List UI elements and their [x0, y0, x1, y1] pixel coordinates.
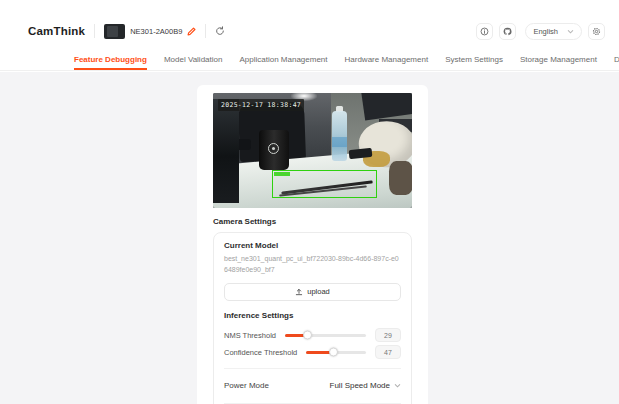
current-model-name: best_ne301_quant_pc_ui_bf722030-89bc-4d6… — [224, 254, 402, 276]
brand-logo: CamThink — [28, 25, 85, 37]
power-mode-row: Power Mode Full Speed Mode — [224, 376, 401, 396]
confidence-threshold-value-input[interactable]: 47 — [375, 345, 401, 359]
dark-left-objects — [213, 99, 239, 203]
slider-knob[interactable] — [303, 331, 312, 340]
detection-bounding-box — [272, 170, 377, 198]
bottle-label — [332, 137, 347, 147]
header: CamThink NE301-2A00B9 English — [0, 0, 619, 48]
camera-settings-title: Camera Settings — [213, 217, 412, 226]
info-icon — [480, 27, 489, 36]
upload-button-label: upload — [307, 287, 330, 296]
power-mode-label: Power Mode — [224, 381, 269, 390]
device-selector[interactable]: NE301-2A00B9 — [104, 24, 196, 39]
edit-device-name-icon[interactable] — [187, 27, 196, 36]
language-select[interactable]: English — [525, 23, 582, 40]
nms-threshold-row: NMS Threshold 29 — [224, 327, 401, 344]
slider-fill — [306, 351, 334, 354]
gear-icon — [592, 27, 601, 36]
header-divider — [94, 24, 95, 38]
camera-timestamp-overlay: 2025-12-17 18:38:47 — [218, 99, 304, 111]
tab-device-information[interactable]: Device Information — [614, 48, 619, 70]
mug-logo — [268, 143, 279, 154]
coffee-mug — [259, 130, 289, 170]
nms-threshold-slider[interactable] — [285, 331, 366, 340]
tab-feature-debugging[interactable]: Feature Debugging — [74, 48, 147, 70]
power-mode-value: Full Speed Mode — [330, 381, 390, 390]
chevron-down-icon — [394, 382, 401, 389]
slider-track — [306, 351, 366, 354]
nms-threshold-label: NMS Threshold — [224, 331, 276, 340]
header-divider — [205, 24, 206, 38]
settings-button[interactable] — [588, 23, 605, 40]
language-value: English — [533, 27, 558, 36]
nms-threshold-value-input[interactable]: 29 — [375, 328, 401, 342]
app-window: CamThink NE301-2A00B9 English Feature — [0, 0, 619, 404]
water-bottle — [332, 111, 347, 161]
tab-system-settings[interactable]: System Settings — [445, 48, 503, 70]
main-panel: 2025-12-17 18:38:47 Camera Settings Curr… — [197, 85, 428, 404]
row-divider — [224, 368, 401, 369]
slider-track — [285, 334, 366, 337]
desk-clutter — [389, 161, 412, 195]
github-button[interactable] — [499, 23, 516, 40]
camera-settings-card: Current Model best_ne301_quant_pc_ui_bf7… — [213, 232, 412, 404]
device-name: NE301-2A00B9 — [130, 27, 182, 36]
tab-application-management[interactable]: Application Management — [239, 48, 327, 70]
camera-preview: 2025-12-17 18:38:47 — [213, 93, 412, 208]
content-area: 2025-12-17 18:38:47 Camera Settings Curr… — [0, 72, 619, 404]
device-thumbnail — [104, 24, 125, 39]
info-button[interactable] — [476, 23, 493, 40]
detection-label — [274, 172, 290, 176]
refresh-icon[interactable] — [215, 26, 225, 36]
github-icon — [503, 27, 512, 36]
confidence-threshold-row: Confidence Threshold 47 — [224, 344, 401, 361]
tab-model-validation[interactable]: Model Validation — [164, 48, 223, 70]
tab-storage-management[interactable]: Storage Management — [520, 48, 597, 70]
confidence-threshold-slider[interactable] — [306, 348, 366, 357]
slider-knob[interactable] — [329, 348, 338, 357]
confidence-threshold-label: Confidence Threshold — [224, 348, 297, 357]
current-model-label: Current Model — [224, 241, 401, 250]
power-mode-select[interactable]: Full Speed Mode — [330, 381, 401, 390]
slider-fill — [285, 334, 308, 337]
tab-hardware-management[interactable]: Hardware Management — [345, 48, 429, 70]
upload-button[interactable]: upload — [224, 283, 401, 301]
tab-bar: Feature Debugging Model Validation Appli… — [0, 48, 619, 71]
chevron-down-icon — [567, 28, 574, 35]
inference-settings-title: Inference Settings — [224, 311, 401, 320]
upload-icon — [295, 288, 303, 296]
